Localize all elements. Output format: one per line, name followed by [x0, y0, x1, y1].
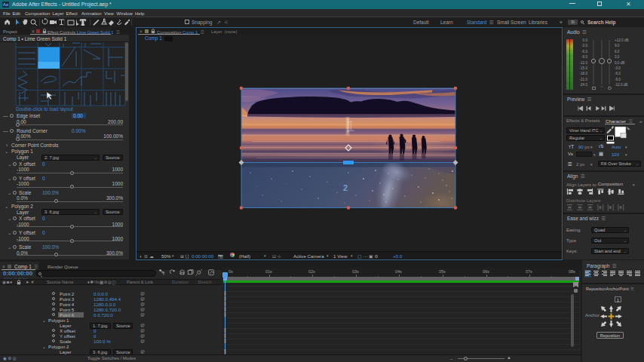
svg-text:1: 1 [347, 118, 355, 134]
svg-text:2: 2 [343, 183, 348, 192]
